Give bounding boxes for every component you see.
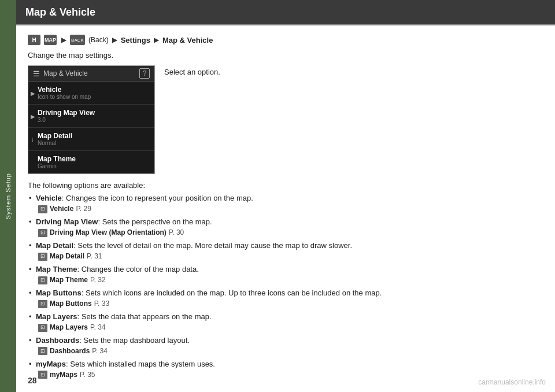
breadcrumb: H MAP ▶ BACK (Back) ▶ Settings ▶ Map & V… bbox=[28, 35, 543, 45]
vehicle-title: Vehicle bbox=[38, 86, 150, 94]
ref-icon-mymaps: ⊡ bbox=[38, 371, 47, 379]
ref-mapdetail-text: Map Detail bbox=[50, 252, 84, 261]
option-dashboards-title: Dashboards bbox=[36, 336, 79, 345]
page-header: Map & Vehicle bbox=[16, 0, 555, 25]
option-dashboards-desc: : Sets the map dashboard layout. bbox=[79, 336, 190, 345]
option-vehicle-title: Vehicle bbox=[36, 194, 62, 202]
option-mapbuttons-desc: : Sets which icons are included on the m… bbox=[82, 289, 382, 297]
back-label: (Back) bbox=[88, 36, 109, 44]
driving-arrow: ▶ bbox=[31, 113, 35, 119]
options-header: The following options are available: bbox=[28, 181, 543, 190]
option-mymaps-title: myMaps bbox=[36, 360, 66, 368]
option-maplayers-desc: : Sets the data that appears on the map. bbox=[77, 312, 212, 321]
sidebar-label: System Setup bbox=[5, 173, 12, 219]
option-maptheme-ref: ⊡ Map Theme P. 32 bbox=[36, 275, 543, 285]
option-mapbuttons-title: Map Buttons bbox=[36, 289, 82, 297]
nav-settings: Settings bbox=[121, 36, 150, 45]
detail-title: Map Detail bbox=[38, 132, 150, 140]
watermark: carmanualsonline.info bbox=[478, 378, 546, 386]
main-content: Map & Vehicle H MAP ▶ BACK (Back) ▶ Sett… bbox=[16, 0, 555, 392]
ref-maptheme-page: P. 32 bbox=[90, 275, 105, 285]
menu-item-detail[interactable]: ↓ Map Detail Normal bbox=[28, 128, 154, 151]
ref-driving-text: Driving Map View (Map Orientation) bbox=[50, 228, 166, 238]
ref-driving-page: P. 30 bbox=[169, 228, 184, 238]
option-dashboards: Dashboards: Sets the map dashboard layou… bbox=[28, 335, 543, 356]
theme-title: Map Theme bbox=[38, 155, 150, 163]
ref-mymaps-page: P. 35 bbox=[80, 370, 95, 380]
intro-text: Change the map settings. bbox=[28, 51, 543, 60]
ref-dashboards-page: P. 34 bbox=[92, 346, 107, 356]
option-mapbuttons-ref: ⊡ Map Buttons P. 33 bbox=[36, 299, 543, 309]
home-icon: H bbox=[28, 35, 40, 45]
option-mapdetail-desc: : Sets the level of detail on the map. M… bbox=[73, 241, 352, 250]
menu-item-vehicle[interactable]: ▶ Vehicle Icon to show on map bbox=[28, 82, 154, 105]
ref-mapbuttons-page: P. 33 bbox=[94, 299, 109, 309]
screen-area: ☰ Map & Vehicle ? ▶ Vehicle Icon to show… bbox=[28, 65, 543, 174]
theme-subtitle: Garmin bbox=[38, 163, 150, 169]
nav-arrow-3: ▶ bbox=[154, 36, 159, 44]
detail-arrow: ↓ bbox=[31, 135, 34, 143]
page-number: 28 bbox=[28, 376, 37, 385]
option-mymaps: myMaps: Sets which installed maps the sy… bbox=[28, 359, 543, 380]
option-vehicle-desc: : Changes the icon to represent your pos… bbox=[62, 194, 253, 202]
vehicle-subtitle: Icon to show on map bbox=[38, 94, 150, 100]
detail-subtitle: Normal bbox=[38, 140, 150, 146]
ref-icon-driving: ⊡ bbox=[38, 229, 47, 237]
ref-maptheme-text: Map Theme bbox=[50, 275, 88, 285]
sidebar: System Setup bbox=[0, 0, 16, 392]
menu-item-driving[interactable]: ▶ Driving Map View 3.0 bbox=[28, 105, 154, 128]
ref-vehicle-text: Vehicle bbox=[50, 204, 73, 214]
ref-icon-dashboards: ⊡ bbox=[38, 347, 47, 355]
option-maplayers-title: Map Layers bbox=[36, 312, 77, 321]
option-driving-ref: ⊡ Driving Map View (Map Orientation) P. … bbox=[36, 228, 543, 238]
ref-dashboards-text: Dashboards bbox=[50, 346, 90, 356]
option-vehicle-ref: ⊡ Vehicle P. 29 bbox=[36, 204, 543, 214]
map-icon: MAP bbox=[44, 35, 57, 45]
option-mymaps-ref: ⊡ myMaps P. 35 bbox=[36, 370, 543, 380]
option-dashboards-ref: ⊡ Dashboards P. 34 bbox=[36, 346, 543, 356]
ref-icon-mapdetail: ⊡ bbox=[38, 253, 47, 261]
option-maplayers-ref: ⊡ Map Layers P. 34 bbox=[36, 323, 543, 332]
menu-header: ☰ Map & Vehicle ? bbox=[28, 66, 154, 82]
content-area: H MAP ▶ BACK (Back) ▶ Settings ▶ Map & V… bbox=[16, 25, 555, 392]
ref-mapdetail-page: P. 31 bbox=[87, 252, 102, 261]
option-mapdetail-ref: ⊡ Map Detail P. 31 bbox=[36, 252, 543, 261]
option-driving-desc: : Sets the perspective on the map. bbox=[98, 217, 212, 226]
option-maplayers: Map Layers: Sets the data that appears o… bbox=[28, 312, 543, 332]
option-mapdetail: Map Detail: Sets the level of detail on … bbox=[28, 241, 543, 261]
option-mymaps-desc: : Sets which installed maps the system u… bbox=[66, 360, 215, 368]
header-title: Map & Vehicle bbox=[25, 6, 95, 19]
menu-item-theme[interactable]: Map Theme Garmin bbox=[28, 151, 154, 173]
nav-arrow-2: ▶ bbox=[112, 36, 117, 44]
menu-screenshot: ☰ Map & Vehicle ? ▶ Vehicle Icon to show… bbox=[28, 65, 155, 174]
option-maptheme-title: Map Theme bbox=[36, 265, 77, 273]
ref-icon-maplayers: ⊡ bbox=[38, 324, 47, 332]
option-mapdetail-title: Map Detail bbox=[36, 241, 73, 250]
ref-icon-mapbuttons: ⊡ bbox=[38, 300, 47, 308]
ref-mymaps-text: myMaps bbox=[50, 370, 77, 380]
option-maptheme-desc: : Changes the color of the map data. bbox=[77, 265, 199, 273]
nav-arrow-1: ▶ bbox=[61, 36, 66, 44]
ref-icon-maptheme: ⊡ bbox=[38, 276, 47, 284]
back-icon: BACK bbox=[70, 35, 85, 45]
ref-icon: ⊡ bbox=[38, 205, 47, 213]
menu-header-title: Map & Vehicle bbox=[43, 69, 88, 77]
option-driving-title: Driving Map View bbox=[36, 217, 98, 226]
option-maptheme: Map Theme: Changes the color of the map … bbox=[28, 264, 543, 285]
hamburger-icon: ☰ bbox=[33, 69, 40, 78]
option-driving: Driving Map View: Sets the perspective o… bbox=[28, 217, 543, 238]
select-option: Select an option. bbox=[164, 65, 220, 76]
nav-section: Map & Vehicle bbox=[162, 36, 213, 45]
ref-maplayers-text: Map Layers bbox=[50, 323, 88, 332]
options-list: Vehicle: Changes the icon to represent y… bbox=[28, 193, 543, 380]
driving-title: Driving Map View bbox=[38, 109, 150, 117]
ref-mapbuttons-text: Map Buttons bbox=[50, 299, 92, 309]
ref-vehicle-page: P. 29 bbox=[76, 204, 91, 214]
vehicle-arrow: ▶ bbox=[31, 90, 35, 96]
option-mapbuttons: Map Buttons: Sets which icons are includ… bbox=[28, 288, 543, 309]
driving-subtitle: 3.0 bbox=[38, 117, 150, 123]
ref-maplayers-page: P. 34 bbox=[90, 323, 105, 332]
option-vehicle: Vehicle: Changes the icon to represent y… bbox=[28, 193, 543, 214]
help-icon[interactable]: ? bbox=[139, 68, 150, 79]
